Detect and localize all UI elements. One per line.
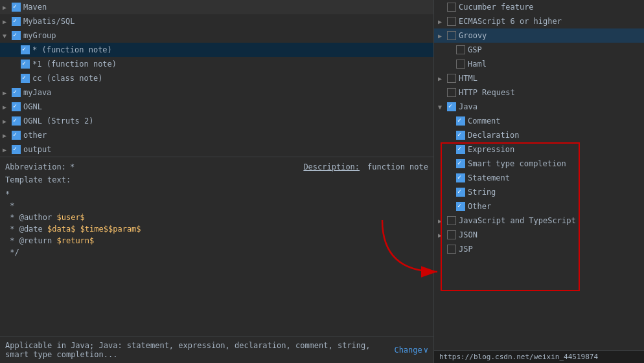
- ecmascript-label: ECMAScript 6 or higher: [459, 17, 562, 26]
- tree-item-star1-fn[interactable]: ▶ *1 (function note): [0, 57, 433, 71]
- mygroup-checkbox[interactable]: [12, 31, 21, 40]
- context-tree: Cucumber feature ▶ ECMAScript 6 or highe…: [434, 0, 644, 350]
- rt-item-jsp[interactable]: JSP: [434, 242, 644, 256]
- js-ts-arrow: ▶: [438, 217, 447, 225]
- other-grp-checkbox[interactable]: [12, 131, 21, 140]
- declaration-checkbox[interactable]: [456, 131, 465, 140]
- java-checkbox[interactable]: [447, 102, 456, 111]
- ognl-label: OGNL: [23, 102, 42, 111]
- rt-item-cucumber[interactable]: Cucumber feature: [434, 0, 644, 14]
- other-java-checkbox[interactable]: [456, 202, 465, 211]
- rt-item-haml[interactable]: Haml: [434, 57, 644, 71]
- description-label: Description:: [303, 162, 360, 171]
- cc-cn-label: cc (class note): [32, 74, 102, 83]
- tree-item-output[interactable]: ▶ output: [0, 142, 433, 157]
- tree-item-maven[interactable]: ▶ Maven: [0, 0, 433, 14]
- rt-item-js-ts[interactable]: ▶ JavaScript and TypeScript: [434, 214, 644, 228]
- tree-item-mygroup[interactable]: ▼ myGroup: [0, 28, 433, 43]
- gsp-label: GSP: [468, 45, 482, 54]
- ecmascript-checkbox[interactable]: [447, 17, 456, 26]
- ecmascript-arrow: ▶: [438, 18, 447, 25]
- description-value: function note: [367, 162, 428, 171]
- string-checkbox[interactable]: [456, 188, 465, 197]
- template-tree: ▶ Maven ▶ Mybatis/SQL ▼ myGroup ▶ *: [0, 0, 433, 157]
- tree-item-ognl-struts[interactable]: ▶ OGNL (Struts 2): [0, 114, 433, 128]
- groovy-checkbox[interactable]: [447, 31, 456, 40]
- rt-item-other-java[interactable]: Other: [434, 199, 644, 214]
- html-checkbox[interactable]: [447, 74, 456, 83]
- ognl-struts-checkbox[interactable]: [12, 116, 21, 126]
- comment-label: Comment: [468, 116, 501, 126]
- abbreviation-row: Abbreviation: * Description: function no…: [5, 162, 428, 171]
- http-request-checkbox[interactable]: [447, 88, 456, 97]
- applicable-row: Applicable in Java; Java: statement, exp…: [0, 336, 433, 363]
- rt-item-string[interactable]: String: [434, 185, 644, 199]
- gsp-checkbox[interactable]: [456, 45, 465, 54]
- rt-item-html[interactable]: ▶ HTML: [434, 71, 644, 85]
- rt-item-expression[interactable]: Expression: [434, 142, 644, 157]
- change-arrow: ∨: [424, 346, 428, 355]
- url-text: https://blog.csdn.net/weixin_44519874: [439, 353, 598, 361]
- json-checkbox[interactable]: [447, 230, 456, 239]
- star1-fn-checkbox[interactable]: [21, 60, 30, 69]
- myjava-checkbox[interactable]: [12, 88, 21, 97]
- template-line-5: * @return $return$: [5, 235, 428, 247]
- ognl-struts-label: OGNL (Struts 2): [23, 116, 93, 126]
- ognl-struts-arrow: ▶: [3, 118, 12, 125]
- applicable-text: Applicable in Java; Java: statement, exp…: [5, 341, 394, 359]
- output-arrow: ▶: [3, 146, 12, 153]
- tree-item-ognl[interactable]: ▶ OGNL: [0, 100, 433, 114]
- smart-type-checkbox[interactable]: [456, 159, 465, 168]
- other-java-label: Other: [468, 202, 491, 211]
- tree-item-mybatis[interactable]: ▶ Mybatis/SQL: [0, 14, 433, 28]
- tree-item-myjava[interactable]: ▶ myJava: [0, 85, 433, 100]
- star1-fn-label: *1 (function note): [32, 60, 117, 69]
- rt-item-java[interactable]: ▼ Java: [434, 100, 644, 114]
- cucumber-label: Cucumber feature: [459, 3, 534, 12]
- groovy-label: Groovy: [459, 31, 487, 40]
- js-ts-checkbox[interactable]: [447, 216, 456, 225]
- statement-checkbox[interactable]: [456, 173, 465, 182]
- jsp-label: JSP: [459, 245, 473, 254]
- tree-item-cc-cn[interactable]: ▶ cc (class note): [0, 71, 433, 85]
- change-label: Change: [394, 346, 422, 355]
- rt-item-json[interactable]: ▶ JSON: [434, 228, 644, 242]
- tree-item-star-fn[interactable]: ▶ * (function note): [0, 43, 433, 57]
- template-text-area[interactable]: * * * @author $user$ * @date $data$ $tim…: [5, 188, 428, 331]
- cc-cn-checkbox[interactable]: [21, 74, 30, 83]
- rt-item-comment[interactable]: Comment: [434, 114, 644, 128]
- ognl-checkbox[interactable]: [12, 102, 21, 111]
- change-button[interactable]: Change ∨: [394, 346, 428, 355]
- right-panel: Cucumber feature ▶ ECMAScript 6 or highe…: [434, 0, 644, 363]
- bottom-section: Abbreviation: * Description: function no…: [0, 157, 433, 336]
- rt-item-smart-type[interactable]: Smart type completion: [434, 157, 644, 171]
- output-checkbox[interactable]: [12, 145, 21, 154]
- mygroup-arrow: ▼: [3, 32, 12, 39]
- haml-checkbox[interactable]: [456, 60, 465, 69]
- expression-checkbox[interactable]: [456, 145, 465, 154]
- ognl-arrow: ▶: [3, 104, 12, 111]
- comment-checkbox[interactable]: [456, 116, 465, 126]
- rt-item-gsp[interactable]: GSP: [434, 43, 644, 57]
- rt-item-groovy[interactable]: ▶ Groovy: [434, 28, 644, 43]
- mybatis-checkbox[interactable]: [12, 17, 21, 26]
- expression-label: Expression: [468, 145, 514, 154]
- maven-arrow: ▶: [3, 4, 12, 11]
- jsp-checkbox[interactable]: [447, 245, 456, 254]
- rt-item-statement[interactable]: Statement: [434, 171, 644, 185]
- star-fn-checkbox[interactable]: [21, 45, 30, 54]
- mybatis-arrow: ▶: [3, 18, 12, 25]
- http-request-label: HTTP Request: [459, 88, 515, 97]
- cucumber-checkbox[interactable]: [447, 3, 456, 12]
- template-text-label-row: Template text:: [5, 175, 428, 184]
- tree-item-other-grp[interactable]: ▶ other: [0, 128, 433, 142]
- haml-label: Haml: [468, 60, 487, 69]
- maven-checkbox[interactable]: [12, 3, 21, 12]
- rt-item-declaration[interactable]: Declaration: [434, 128, 644, 142]
- template-line-6: */: [5, 247, 428, 258]
- rt-item-http-request[interactable]: HTTP Request: [434, 85, 644, 100]
- myjava-label: myJava: [23, 88, 51, 97]
- html-arrow: ▶: [438, 75, 447, 82]
- rt-item-ecmascript[interactable]: ▶ ECMAScript 6 or higher: [434, 14, 644, 28]
- left-panel: ▶ Maven ▶ Mybatis/SQL ▼ myGroup ▶ *: [0, 0, 434, 363]
